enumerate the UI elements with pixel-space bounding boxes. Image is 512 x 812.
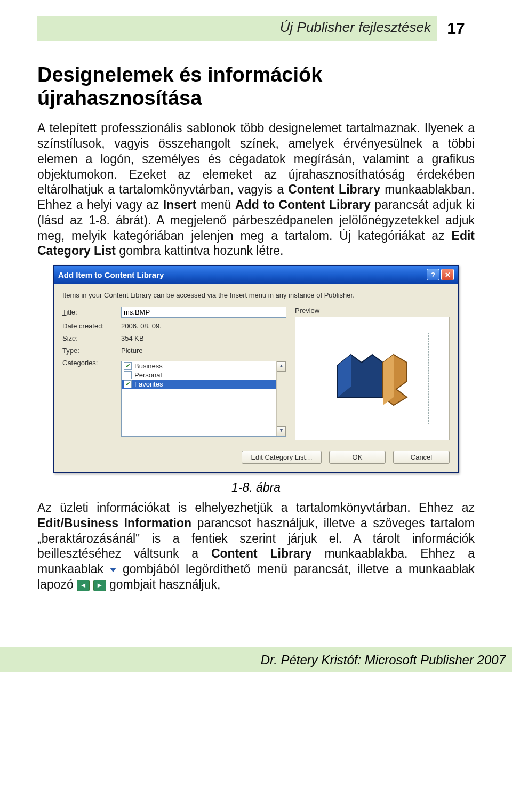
categories-listbox[interactable]: ✔ Business Personal ✔ [121,361,286,437]
label-preview: Preview [295,307,450,315]
figure-caption: 1-8. ábra [37,480,475,495]
header-title: Új Publisher fejlesztések [37,16,437,41]
checkbox-icon[interactable] [124,371,132,379]
preview-pane [295,317,450,440]
scrollbar-vertical[interactable]: ▲ ▼ [276,361,286,436]
category-item-personal[interactable]: Personal [122,371,286,380]
paragraph-1: A telepített professzionális sablonok tö… [37,120,475,259]
category-item-business[interactable]: ✔ Business [122,361,286,371]
section-heading: Designelemek és információk újrahasznosí… [37,63,475,110]
ok-button[interactable]: OK [329,451,386,464]
dropdown-arrow-icon [110,568,116,572]
cancel-button[interactable]: Cancel [393,451,450,464]
help-icon[interactable]: ? [427,269,439,280]
category-item-favorites[interactable]: ✔ Favorites [122,380,286,389]
page-footer: Dr. Pétery Kristóf: Microsoft Publisher … [0,647,512,672]
title-input[interactable] [121,307,286,318]
label-title: Title: [62,308,121,316]
nav-prev-icon: ◄ [77,580,90,591]
label-date: Date created: [62,322,121,330]
paragraph-2: Az üzleti információkat is elhelyezhetjü… [37,500,475,592]
edit-category-list-button[interactable]: Edit Category List… [242,451,322,464]
page-number: 17 [437,16,475,41]
dialog-info-text: Items in your Content Library can be acc… [62,291,450,299]
dialog-titlebar[interactable]: Add Item to Content Library ? ✕ [54,266,458,284]
label-type: Type: [62,347,121,355]
dialog-title: Add Item to Content Library [58,270,425,279]
label-categories: Categories: [62,359,121,367]
preview-image-icon [327,344,418,413]
value-date: 2006. 08. 09. [121,322,286,330]
checkbox-icon[interactable]: ✔ [124,362,132,370]
nav-next-icon: ► [93,580,106,591]
page-header: Új Publisher fejlesztések 17 [37,16,475,42]
dialog-add-item: Add Item to Content Library ? ✕ Items in… [53,265,459,473]
scroll-down-icon[interactable]: ▼ [277,426,286,436]
label-size: Size: [62,334,121,342]
close-icon[interactable]: ✕ [441,269,454,280]
value-size: 354 KB [121,334,286,342]
scroll-up-icon[interactable]: ▲ [277,361,286,372]
value-type: Picture [121,347,286,355]
checkbox-icon[interactable]: ✔ [124,380,132,388]
